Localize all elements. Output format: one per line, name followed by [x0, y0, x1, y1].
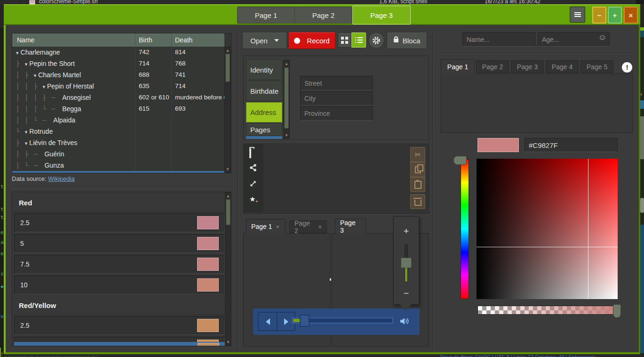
tree-row[interactable]: │││└─Begga615693 — [12, 103, 224, 114]
hue-slider-handle[interactable] — [453, 156, 467, 165]
scroll-up-icon[interactable]: ▲ — [225, 193, 231, 199]
paned-handle[interactable] — [330, 278, 331, 281]
saturation-value-area[interactable] — [477, 159, 618, 299]
alpha-slider[interactable] — [477, 306, 618, 315]
window-menu-button[interactable] — [570, 7, 585, 23]
column-divider[interactable] — [171, 33, 172, 47]
expand-icon[interactable] — [249, 180, 257, 189]
tree-row-selected-partial[interactable] — [12, 171, 224, 173]
name-field[interactable] — [462, 32, 535, 47]
titlebar-tab-page3-active[interactable]: Page 3 — [352, 6, 411, 24]
column-header-death[interactable]: Death — [175, 33, 192, 47]
alpha-slider-handle[interactable] — [613, 304, 621, 318]
delete-button[interactable] — [410, 194, 425, 209]
list-item[interactable]: 7.5 — [14, 255, 225, 274]
tab-page4[interactable]: Page 4 — [546, 60, 579, 73]
scroll-down-icon[interactable]: ▼ — [225, 166, 231, 172]
grid-view-toggle[interactable] — [338, 32, 351, 48]
tree-row[interactable]: └▾Rotrude — [12, 126, 224, 137]
tab-page5[interactable]: Page 5 — [580, 60, 613, 73]
wikipedia-link[interactable]: Wikipedia — [48, 175, 74, 182]
expander-icon[interactable]: ▾ — [42, 84, 45, 89]
tab-page1[interactable]: Page 1 × — [246, 219, 286, 234]
scroll-up-icon[interactable]: ▲ — [284, 60, 289, 67]
titlebar[interactable]: Page 1 Page 2 Page 3 − + × — [4, 4, 640, 25]
record-button[interactable]: Record — [288, 32, 335, 49]
open-button[interactable]: Open — [242, 32, 287, 49]
expander-icon[interactable]: ▾ — [16, 50, 19, 56]
close-tab-icon[interactable]: × — [276, 223, 279, 230]
hue-slider[interactable] — [461, 159, 469, 299]
tree-row[interactable]: ││└─Alpaida — [12, 114, 224, 126]
scrollbar-thumb[interactable] — [226, 199, 231, 225]
tree-row[interactable]: │└─Gunza — [12, 160, 224, 171]
tree-row[interactable]: ├▾Pepin the Short714768 — [12, 58, 224, 69]
tab-page2[interactable]: Page 2 — [476, 60, 509, 73]
list-item[interactable]: 2.5 — [14, 213, 225, 232]
street-field[interactable] — [300, 76, 373, 90]
warning-icon[interactable]: ! — [622, 62, 632, 73]
list-view-toggle-active[interactable] — [351, 32, 366, 48]
scrollbar-thumb[interactable] — [284, 67, 289, 129]
tab-page2[interactable]: Page 2 × — [289, 220, 327, 233]
stack-item-pages[interactable]: Pages — [246, 123, 282, 136]
tree-row[interactable]: ├▾Liévin de Trèves — [12, 137, 224, 148]
seek-handle[interactable] — [300, 315, 310, 327]
list-item[interactable]: 10 — [14, 276, 225, 294]
paste-button[interactable] — [410, 177, 425, 192]
close-tab-icon[interactable]: × — [318, 223, 322, 230]
expander-icon[interactable]: ▾ — [25, 129, 28, 135]
list-item[interactable]: 2.5 — [14, 316, 225, 335]
expander-icon[interactable]: ▾ — [34, 73, 37, 78]
tree-row[interactable]: │├▾Charles Martel688741 — [12, 69, 224, 81]
folder-icon[interactable] — [249, 149, 251, 158]
column-divider[interactable] — [135, 33, 135, 47]
expander-icon[interactable]: ▾ — [25, 61, 28, 67]
tree-row[interactable]: ││├▾Pepin of Herstal635714 — [12, 81, 224, 92]
titlebar-tab-page2[interactable]: Page 2 — [295, 7, 352, 23]
star-new-icon[interactable]: ★ — [249, 195, 255, 203]
tree-row[interactable]: │├─Guérin — [12, 148, 224, 160]
tree-row[interactable]: ▾Charlemagne742814 — [12, 47, 224, 58]
list-item[interactable]: 5 — [14, 234, 225, 253]
smiley-icon[interactable]: ☺ — [598, 33, 606, 42]
tree-header[interactable]: Name Birth Death — [12, 33, 224, 47]
stack-item-address-selected[interactable]: Address — [246, 102, 282, 122]
tree-scrollbar[interactable]: ▲ ▼ — [224, 47, 231, 173]
list-scrollbar[interactable]: ▲ ▼ — [225, 192, 231, 346]
color-scale-list[interactable]: Red 2.5 5 7.5 10 Red/Yellow 2.5 5 ▲ ▼ — [12, 192, 231, 346]
zoom-out-button[interactable]: − — [394, 288, 419, 299]
family-tree-view[interactable]: Name Birth Death ▾Charlemagne742814 ├▾Pe… — [12, 33, 231, 173]
share-icon[interactable] — [249, 164, 257, 173]
tree-row[interactable]: │││├─Ansegisel602 or 610murdered before … — [12, 92, 224, 103]
volume-icon[interactable] — [399, 316, 411, 328]
city-field[interactable] — [300, 91, 373, 105]
tab-page1[interactable]: Page 1 — [441, 59, 475, 74]
lock-button[interactable]: Bloca — [387, 32, 427, 49]
stack-scrollbar[interactable]: ▲ ▼ — [283, 60, 290, 139]
list-item-selected-partial[interactable] — [14, 342, 225, 346]
hex-color-field[interactable] — [525, 138, 618, 152]
scroll-up-icon[interactable]: ▲ — [225, 47, 231, 54]
stack-item-birthdate[interactable]: Birthdate — [246, 81, 282, 101]
scroll-down-icon[interactable]: ▼ — [225, 339, 231, 345]
copy-button[interactable] — [410, 162, 425, 177]
expander-icon[interactable]: ▾ — [25, 140, 28, 146]
settings-button[interactable] — [368, 32, 384, 49]
column-header-name[interactable]: Name — [17, 33, 34, 47]
titlebar-tab-page1[interactable]: Page 1 — [238, 7, 295, 23]
scroll-down-icon[interactable]: ▼ — [284, 132, 289, 138]
close-button[interactable]: × — [624, 7, 638, 24]
province-field[interactable] — [300, 106, 373, 121]
zoom-in-button[interactable]: + — [394, 226, 419, 236]
volume-slider-handle[interactable] — [401, 258, 412, 268]
tab-page3[interactable]: Page 3 — [511, 60, 544, 73]
maximize-button[interactable]: + — [608, 7, 622, 24]
previous-button[interactable] — [258, 312, 277, 331]
column-header-birth[interactable]: Birth — [139, 33, 152, 47]
stack-item-identity[interactable]: Identity — [246, 60, 282, 80]
scrollbar-thumb[interactable] — [225, 54, 230, 82]
minimize-button[interactable]: − — [592, 7, 606, 24]
tab-page3[interactable]: Page 3 — [335, 219, 366, 234]
cut-button[interactable]: ✂ — [410, 147, 425, 162]
